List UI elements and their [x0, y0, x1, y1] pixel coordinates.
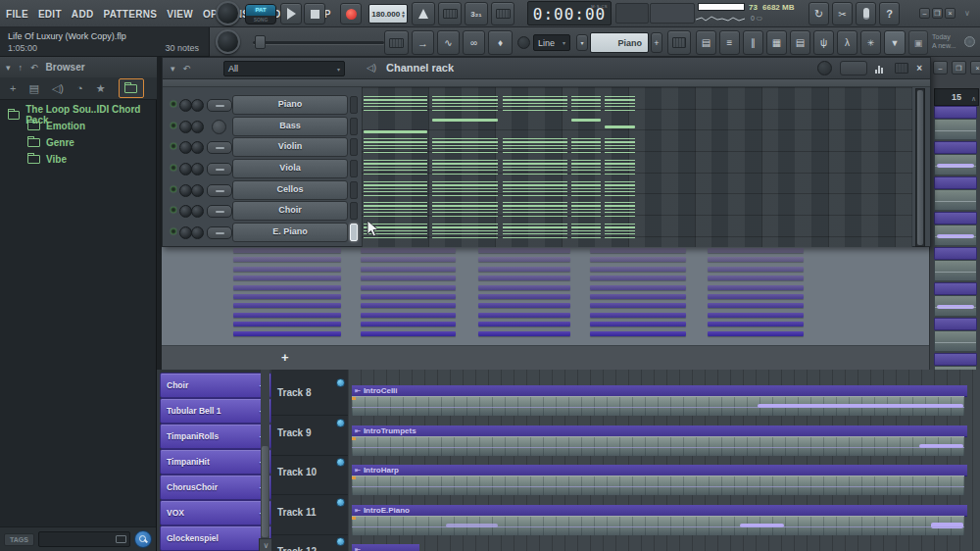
channel-select-strip[interactable] [350, 202, 358, 220]
scroll-up-icon[interactable]: ∧ [971, 91, 976, 107]
channel-target-knob[interactable] [212, 120, 226, 134]
channel-select-strip[interactable] [350, 96, 358, 114]
download-content-button[interactable]: ▼ [884, 30, 906, 55]
link-controllers-button[interactable]: ∞ [463, 30, 485, 55]
menu-add[interactable]: ADD [72, 9, 94, 20]
toggle-channel-rack-button[interactable]: ≡ [719, 30, 740, 55]
picker-item-timpanihit[interactable]: TimpaniHit+ [160, 449, 271, 475]
browser-tab-favorites-icon[interactable]: ★ [96, 82, 106, 95]
channel-enable-led[interactable] [171, 143, 176, 149]
volume-knob[interactable] [191, 184, 204, 197]
channel-button-piano[interactable]: Piano [232, 95, 348, 115]
touch-controller-button[interactable]: λ [837, 30, 858, 55]
playlist-clip-column[interactable] [934, 106, 977, 370]
volume-knob[interactable] [191, 141, 204, 154]
add-pattern-button[interactable]: + [651, 32, 662, 53]
picker-item-tubular-bell[interactable]: Tubular Bell 1+ [160, 398, 271, 424]
browser-tab-files-icon[interactable]: ▤ [28, 82, 38, 95]
shuttle-knob[interactable] [216, 1, 240, 25]
rack-scrollbar[interactable] [915, 88, 925, 247]
slide-notes-button[interactable]: ∿ [437, 30, 460, 55]
browser-collapse-chevron-icon[interactable]: ▾ [6, 63, 11, 73]
pat-mode-label[interactable]: PAT [246, 5, 275, 16]
volume-knob[interactable] [191, 226, 204, 239]
track-led[interactable] [336, 498, 345, 507]
browser-up-icon[interactable]: ↑ [19, 63, 24, 73]
pattern-picker-button[interactable] [667, 30, 691, 55]
metronome-button[interactable] [412, 2, 435, 25]
clip-stack[interactable] [590, 248, 686, 342]
channel-button-e-piano[interactable]: E. Piano [232, 223, 348, 242]
channel-button-violin[interactable]: Violin [232, 137, 348, 157]
clip-stack[interactable] [233, 248, 341, 342]
channel-enable-led[interactable] [171, 123, 176, 128]
graph-editor-icon[interactable] [875, 64, 887, 74]
typing-keyboard-button[interactable] [384, 30, 409, 55]
browser-tab-add-icon[interactable]: + [10, 82, 16, 94]
master-pitch-handle[interactable] [255, 35, 266, 49]
channel-enable-led[interactable] [171, 165, 176, 171]
browser-item-vibe[interactable]: Vibe [27, 154, 67, 165]
search-button[interactable] [134, 530, 152, 548]
rack-undo-icon[interactable]: ↶ [183, 64, 191, 74]
master-pitch-slider[interactable] [253, 41, 384, 44]
snap-knob[interactable] [517, 36, 530, 49]
search-input[interactable] [38, 531, 130, 547]
track-led[interactable] [336, 537, 345, 546]
track-header-10[interactable]: Track 10 [271, 455, 348, 495]
channel-select-strip[interactable] [350, 138, 358, 156]
clip-title-partial[interactable]: ⇤ [352, 544, 419, 551]
menu-file[interactable]: FILE [6, 9, 28, 20]
window-restore-button[interactable]: ❐ [952, 61, 966, 75]
clip-stack[interactable] [478, 248, 570, 342]
tags-button[interactable]: TAGS [4, 533, 34, 546]
picker-item-choir[interactable]: Choir+ [160, 373, 271, 398]
playlist-clip-area[interactable]: ⇤ IntroCelli ⇤ IntroTrumpets ⇤ IntroHarp… [348, 370, 980, 551]
channel-select-strip[interactable] [350, 181, 358, 199]
volume-knob[interactable] [191, 99, 204, 112]
volume-knob[interactable] [191, 205, 204, 218]
picker-item-timpanirolls[interactable]: TimpaniRolls+ [160, 424, 271, 449]
channel-enable-led[interactable] [171, 228, 176, 234]
menu-edit[interactable]: EDIT [38, 9, 62, 20]
browser-tab-recent-icon[interactable]: ◔ [76, 82, 83, 94]
time-display[interactable]: 0:00:00 M:S:CS [527, 1, 612, 25]
rack-menu-chevron-icon[interactable]: ▾ [171, 64, 175, 74]
wait-for-input-button[interactable] [438, 2, 462, 25]
menu-patterns[interactable]: PATTERNS [103, 9, 157, 20]
channel-button-bass[interactable]: Bass [232, 117, 348, 136]
toggle-playlist-button[interactable]: ▦ [766, 30, 787, 55]
record-button[interactable] [340, 3, 362, 25]
clip-body-introharp[interactable] [352, 476, 964, 495]
play-button[interactable] [280, 3, 302, 25]
browser-tab-folder-active[interactable] [119, 78, 144, 98]
track-header-11[interactable]: Track 11 [271, 495, 348, 535]
clip-stack[interactable] [708, 248, 804, 342]
picker-item-choruschoir[interactable]: ChorusChoir+ [160, 475, 271, 500]
news-ticker[interactable]: Today A new... [932, 32, 956, 50]
pat-song-toggle[interactable]: PAT SONG [245, 4, 276, 25]
channel-target-button[interactable] [207, 163, 232, 175]
channel-enable-led[interactable] [171, 207, 176, 213]
cut-tool-button[interactable]: ✂ [832, 2, 853, 25]
countdown-button[interactable]: 3₂₁ [465, 2, 488, 25]
pattern-menu-button[interactable]: ▾ [576, 34, 588, 51]
pattern-selector[interactable]: Piano [590, 32, 649, 53]
app-close-button[interactable]: × [945, 8, 956, 19]
browser-undo-icon[interactable]: ↶ [30, 63, 38, 73]
auto-record-button[interactable]: ♦ [488, 30, 513, 55]
tempo-display[interactable]: 180.000 ▴▾ [368, 4, 408, 24]
channel-select-strip-selected[interactable] [350, 224, 358, 241]
rack-swing-display[interactable] [840, 61, 867, 75]
clip-body-introepiano[interactable] [352, 516, 964, 535]
volume-knob[interactable] [191, 121, 204, 133]
sync-button[interactable]: ↻ [808, 2, 829, 25]
volume-knob[interactable] [191, 163, 204, 175]
toggle-piano-roll-button[interactable]: ▤ [696, 30, 716, 55]
channel-button-cellos[interactable]: Cellos [232, 180, 348, 200]
window-minimize-button[interactable]: – [933, 61, 948, 75]
plugin-picker-button[interactable]: ψ [813, 30, 834, 55]
channel-target-button[interactable] [207, 205, 232, 218]
toggle-mixer-button[interactable]: ∥ [743, 30, 763, 55]
step-edit-button[interactable]: → [412, 30, 434, 55]
